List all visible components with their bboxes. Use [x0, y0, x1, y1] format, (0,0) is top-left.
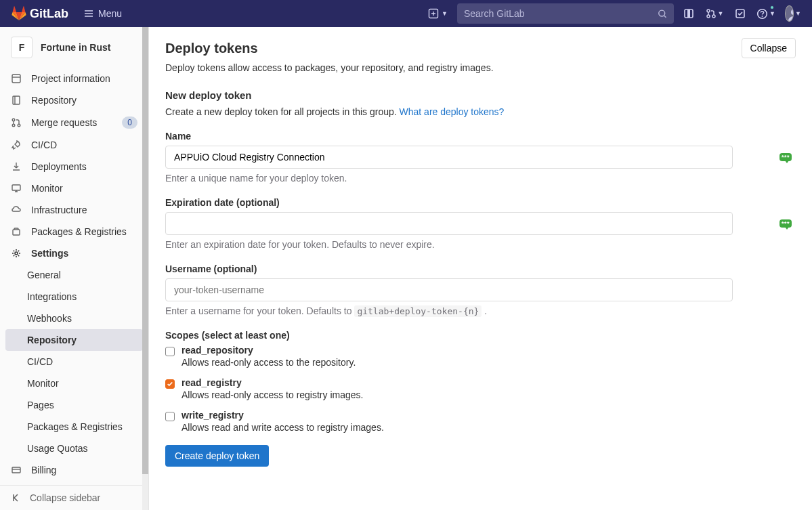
chevron-down-icon: ▼: [718, 10, 724, 17]
global-search[interactable]: [457, 3, 674, 24]
checkbox-read-repository[interactable]: [165, 347, 175, 356]
sidebar-item-deployments[interactable]: Deployments: [0, 156, 148, 177]
project-header[interactable]: F Fortune in Rust: [0, 27, 148, 68]
notification-dot-icon: [770, 5, 774, 9]
todos-icon[interactable]: [731, 4, 750, 23]
project-avatar: F: [11, 37, 33, 58]
collapse-section-button[interactable]: Collapse: [742, 38, 796, 58]
infrastructure-icon: [11, 205, 22, 215]
tanuki-icon: [11, 5, 27, 22]
sidebar-item-merge-requests[interactable]: Merge requests 0: [0, 111, 148, 134]
sidebar-item-repository[interactable]: Repository: [0, 89, 148, 111]
svg-point-19: [15, 252, 18, 255]
sub-item-integrations[interactable]: Integrations: [0, 286, 148, 307]
sidebar-item-label: Billing: [31, 465, 56, 475]
user-menu[interactable]: ▼: [782, 4, 801, 23]
sub-item-general[interactable]: General: [0, 264, 148, 286]
menu-label: Menu: [98, 8, 122, 19]
svg-point-1: [659, 10, 665, 16]
sidebar-item-label: Merge requests: [31, 117, 97, 128]
sidebar-item-infrastructure[interactable]: Infrastructure: [0, 199, 148, 221]
page-subtitle: Deploy tokens allow access to packages, …: [165, 62, 796, 73]
name-input[interactable]: [165, 146, 733, 169]
svg-point-6: [712, 15, 715, 18]
main-menu-button[interactable]: Menu: [78, 5, 127, 22]
expiration-input[interactable]: [165, 212, 733, 235]
svg-rect-20: [12, 467, 20, 473]
issues-icon[interactable]: [679, 4, 698, 23]
deployments-icon: [11, 161, 22, 172]
scope-desc: Allows read-only access to the repositor…: [181, 357, 356, 368]
create-deploy-token-button[interactable]: Create deploy token: [165, 445, 269, 467]
rocket-icon: [11, 140, 22, 150]
sub-item-webhooks[interactable]: Webhooks: [0, 307, 148, 329]
project-sidebar: F Fortune in Rust Project information Re…: [0, 27, 149, 510]
sidebar-scrollbar[interactable]: [142, 27, 148, 510]
svg-point-16: [18, 124, 20, 127]
scrollbar-thumb[interactable]: [142, 27, 148, 474]
sidebar-item-settings[interactable]: Settings: [0, 242, 148, 264]
project-name: Fortune in Rust: [41, 42, 110, 53]
scopes-label: Scopes (select at least one): [165, 330, 796, 341]
scope-write-registry: write_registry Allows read and write acc…: [165, 410, 796, 433]
sidebar-item-label: Repository: [31, 95, 77, 106]
expiration-label: Expiration date (optional): [165, 197, 796, 208]
sidebar-item-billing[interactable]: Billing: [0, 459, 148, 481]
sidebar-item-label: Infrastructure: [31, 205, 87, 215]
collapse-sidebar-button[interactable]: Collapse sidebar: [0, 485, 148, 510]
search-input[interactable]: [464, 8, 658, 19]
expiration-help-text: Enter an expiration date for your token.…: [165, 239, 796, 250]
username-input[interactable]: [165, 278, 733, 301]
name-label: Name: [165, 131, 796, 142]
password-manager-badge-icon[interactable]: ***: [779, 153, 792, 161]
scope-label: write_registry: [181, 410, 384, 421]
checkbox-write-registry[interactable]: [165, 412, 175, 421]
svg-rect-18: [13, 230, 20, 235]
billing-icon: [11, 465, 22, 475]
sidebar-item-label: CI/CD: [31, 140, 57, 150]
default-username-code: gitlab+deploy-token-{n}: [354, 305, 482, 317]
merge-requests-icon[interactable]: ▼: [705, 4, 724, 23]
svg-rect-3: [687, 9, 690, 18]
new-dropdown[interactable]: ▼: [428, 8, 448, 19]
sub-item-pages[interactable]: Pages: [0, 394, 148, 416]
svg-rect-13: [13, 96, 20, 104]
help-dropdown[interactable]: ▼: [756, 4, 775, 23]
scope-read-repository: read_repository Allows read-only access …: [165, 345, 796, 368]
new-token-desc: Create a new deploy token for all projec…: [165, 106, 796, 117]
chevron-down-icon: ▼: [442, 10, 448, 17]
sidebar-item-label: Packages & Registries: [31, 226, 127, 237]
top-nav: GitLab Menu ▼ ▼ ▼ ▼: [0, 0, 812, 27]
scope-read-registry: read_registry Allows read-only access to…: [165, 377, 796, 400]
sub-item-usage-quotas[interactable]: Usage Quotas: [0, 438, 148, 459]
sub-item-monitor[interactable]: Monitor: [0, 373, 148, 394]
main-content: Deploy tokens Collapse Deploy tokens all…: [149, 27, 812, 510]
checkbox-read-registry[interactable]: [165, 379, 175, 389]
chevron-down-icon: ▼: [769, 10, 775, 17]
svg-point-14: [12, 119, 15, 121]
sidebar-item-label: Deployments: [31, 161, 87, 172]
scope-desc: Allows read-only access to registry imag…: [181, 389, 363, 400]
settings-submenu: General Integrations Webhooks Repository…: [0, 264, 148, 459]
sidebar-item-monitor[interactable]: Monitor: [0, 177, 148, 199]
username-label: Username (optional): [165, 263, 796, 274]
repository-icon: [11, 95, 22, 106]
password-manager-badge-icon[interactable]: ***: [779, 219, 792, 228]
project-info-icon: [11, 73, 22, 84]
sub-item-repository[interactable]: Repository: [5, 329, 143, 351]
brand-text: GitLab: [30, 7, 68, 21]
sub-item-cicd[interactable]: CI/CD: [0, 351, 148, 373]
sidebar-item-cicd[interactable]: CI/CD: [0, 134, 148, 156]
gitlab-logo[interactable]: GitLab: [11, 5, 68, 22]
collapse-label: Collapse sidebar: [30, 492, 100, 503]
gear-icon: [11, 248, 22, 259]
what-are-deploy-tokens-link[interactable]: What are deploy tokens?: [400, 106, 505, 117]
plus-square-icon: [428, 8, 439, 19]
page-title: Deploy tokens: [165, 41, 258, 56]
package-icon: [11, 226, 22, 237]
svg-point-4: [707, 9, 710, 12]
sidebar-item-project-info[interactable]: Project information: [0, 68, 148, 89]
sub-item-packages[interactable]: Packages & Registries: [0, 416, 148, 438]
sidebar-item-packages[interactable]: Packages & Registries: [0, 221, 148, 242]
scope-label: read_repository: [181, 345, 356, 356]
